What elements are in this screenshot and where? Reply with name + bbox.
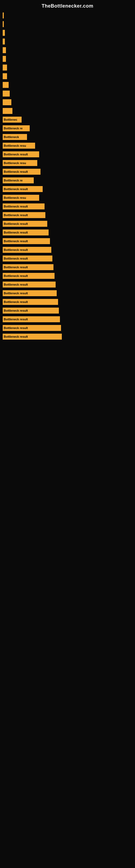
bar-fill	[3, 65, 7, 70]
bar-row: Bottleneck result	[0, 150, 135, 159]
bar-fill: Bottleneck result	[3, 204, 45, 209]
bar-fill	[3, 56, 6, 62]
bar-row: Bottleneck re	[0, 176, 135, 185]
bar-fill: Bottleneck result	[3, 299, 58, 305]
bar-label-text: Bottleneck result	[4, 205, 28, 208]
bar-row: Bottleneck result	[0, 237, 135, 246]
bar-row	[0, 98, 135, 106]
bar-label-text: Bottleneck result	[4, 240, 28, 243]
bar-label-text: Bottleneck resu	[4, 144, 26, 147]
bar-fill	[3, 99, 11, 105]
bar-fill: Bottleneck re	[3, 125, 30, 131]
bar-row: Bottleneck result	[0, 202, 135, 211]
bar-fill: Bottleneck result	[3, 334, 62, 340]
bar-fill: Bottleneck result	[3, 247, 51, 253]
bar-row: Bottleneck result	[0, 315, 135, 323]
bar-row	[0, 11, 135, 20]
bar-label-text: Bottlenec	[4, 118, 17, 121]
bar-row: Bottleneck result	[0, 219, 135, 228]
bar-row	[0, 81, 135, 89]
bar-label-text: Bottleneck result	[4, 283, 28, 286]
bar-row	[0, 20, 135, 29]
bar-fill: Bottleneck result	[3, 169, 41, 175]
bar-row	[0, 29, 135, 37]
bar-fill: Bottleneck resu	[3, 143, 35, 149]
bar-row: Bottleneck result	[0, 185, 135, 193]
bar-row	[0, 37, 135, 46]
bar-label-text: Bottleneck result	[4, 309, 28, 312]
bar-fill: Bottleneck resu	[3, 195, 39, 201]
bar-fill	[3, 21, 4, 27]
bar-row: Bottleneck result	[0, 246, 135, 254]
bar-row	[0, 106, 135, 115]
bar-fill: Bottleneck result	[3, 325, 61, 331]
bar-fill: Bottleneck result	[3, 273, 54, 279]
bar-row	[0, 46, 135, 55]
bar-fill	[3, 47, 6, 53]
bar-row	[0, 55, 135, 63]
bar-label-text: Bottleneck	[4, 135, 19, 138]
bar-fill: Bottleneck result	[3, 151, 39, 157]
bar-label-text: Bottleneck result	[4, 214, 28, 217]
bar-label-text: Bottleneck resu	[4, 196, 26, 199]
bar-row: Bottleneck result	[0, 228, 135, 237]
bar-fill	[3, 38, 5, 44]
bar-fill: Bottleneck result	[3, 238, 50, 244]
bar-row: Bottleneck result	[0, 167, 135, 176]
bar-fill: Bottleneck result	[3, 186, 43, 192]
bar-label-text: Bottleneck result	[4, 292, 28, 295]
bar-fill	[3, 91, 10, 97]
bar-row: Bottleneck result	[0, 211, 135, 219]
bar-label-text: Bottleneck result	[4, 318, 28, 321]
bar-row: Bottleneck result	[0, 254, 135, 263]
bar-row: Bottleneck re	[0, 124, 135, 133]
bar-fill: Bottleneck result	[3, 290, 57, 296]
bar-label-text: Bottleneck result	[4, 327, 28, 330]
bar-fill: Bottleneck	[3, 134, 27, 140]
bar-label-text: Bottleneck result	[4, 275, 28, 278]
bar-row: Bottleneck result	[0, 289, 135, 298]
bar-row: Bottleneck result	[0, 280, 135, 289]
bar-row: Bottleneck result	[0, 263, 135, 272]
bar-label-text: Bottleneck re	[4, 127, 23, 130]
bar-fill: Bottleneck result	[3, 308, 59, 314]
bar-fill: Bottleneck result	[3, 316, 60, 322]
bar-label-text: Bottleneck resu	[4, 162, 26, 165]
bar-fill: Bottlenec	[3, 117, 21, 123]
bar-row: Bottleneck result	[0, 323, 135, 332]
bar-row: Bottleneck resu	[0, 141, 135, 150]
bar-label-text: Bottleneck result	[4, 257, 28, 260]
bar-label-text: Bottleneck result	[4, 231, 28, 234]
bar-label-text: Bottleneck result	[4, 170, 28, 173]
bar-row: Bottleneck result	[0, 332, 135, 341]
bar-row: Bottleneck resu	[0, 159, 135, 167]
bar-fill: Bottleneck result	[3, 282, 56, 287]
bar-fill: Bottleneck result	[3, 255, 52, 261]
bar-fill	[3, 73, 7, 79]
bar-row: Bottleneck result	[0, 272, 135, 280]
bar-fill: Bottleneck re	[3, 177, 34, 183]
bar-row: Bottlenec	[0, 115, 135, 124]
bar-fill	[3, 12, 4, 19]
bar-label-text: Bottleneck result	[4, 153, 28, 156]
bar-fill	[3, 30, 5, 36]
bar-label-text: Bottleneck result	[4, 248, 28, 251]
bar-fill: Bottleneck result	[3, 212, 45, 218]
bar-fill: Bottleneck resu	[3, 160, 37, 166]
bar-fill: Bottleneck result	[3, 229, 49, 236]
site-title: TheBottlenecker.com	[0, 0, 135, 11]
bar-label-text: Bottleneck result	[4, 301, 28, 304]
bar-row: Bottleneck result	[0, 306, 135, 315]
bar-row: Bottleneck result	[0, 298, 135, 306]
bar-fill	[3, 82, 9, 88]
bar-row	[0, 89, 135, 98]
bar-fill: Bottleneck result	[3, 264, 53, 270]
bar-label-text: Bottleneck result	[4, 188, 28, 191]
bar-label-text: Bottleneck result	[4, 266, 28, 269]
bar-label-text: Bottleneck re	[4, 179, 23, 182]
bar-label-text: Bottleneck result	[4, 222, 28, 225]
bar-row	[0, 63, 135, 72]
bar-fill	[3, 108, 12, 114]
bar-row: Bottleneck	[0, 133, 135, 141]
bar-label-text: Bottleneck result	[4, 335, 28, 338]
